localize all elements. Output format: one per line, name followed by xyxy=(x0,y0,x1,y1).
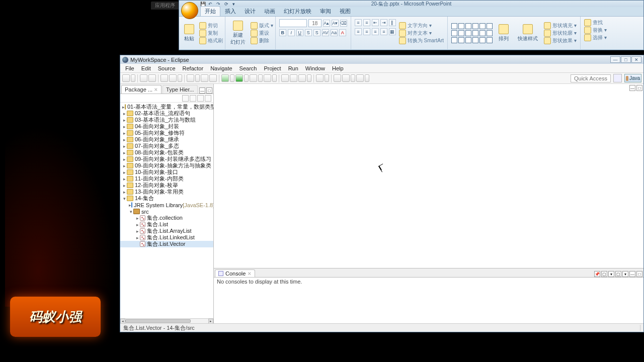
chevron-down-icon[interactable] xyxy=(195,74,200,82)
shape-outline-button[interactable]: 形状轮廓 ▾ xyxy=(544,30,577,37)
chevron-down-icon[interactable]: ▾ xyxy=(622,271,628,277)
tb-search-icon[interactable] xyxy=(316,74,324,82)
indent-dec-button[interactable]: ⇤ xyxy=(372,19,379,26)
link-editor-icon[interactable] xyxy=(190,95,196,102)
cut-button[interactable]: 剪切 xyxy=(199,22,223,29)
strike-button[interactable]: S xyxy=(305,29,312,36)
open-perspective-button[interactable] xyxy=(613,74,622,82)
ribbon-tab-slideshow[interactable]: 幻灯片放映 xyxy=(280,7,315,16)
ribbon-tab-design[interactable]: 设计 xyxy=(240,7,260,16)
menu-search[interactable]: Search xyxy=(236,64,260,72)
chevron-down-icon[interactable] xyxy=(351,74,355,82)
tb-new-icon[interactable] xyxy=(122,74,130,82)
view-maximize-icon[interactable]: □ xyxy=(206,87,212,94)
editor-minimize-icon[interactable]: — xyxy=(629,85,635,91)
chevron-down-icon[interactable] xyxy=(365,74,369,82)
package-explorer-toolbar[interactable] xyxy=(120,94,213,103)
view-menu-icon[interactable] xyxy=(205,95,211,102)
tree-item[interactable]: ▸JRE System Library [JavaSE-1.8] xyxy=(120,202,213,208)
shape-fill-button[interactable]: 形状填充 ▾ xyxy=(544,22,577,29)
tb-run-icon[interactable] xyxy=(235,74,243,82)
chevron-down-icon[interactable] xyxy=(178,74,182,82)
close-icon[interactable]: ⤬ xyxy=(154,87,158,92)
tb-openfolder-icon[interactable] xyxy=(290,74,297,82)
tb-back-icon[interactable] xyxy=(342,74,350,82)
filter-icon[interactable] xyxy=(197,95,204,102)
text-direction-button[interactable]: 文字方向 ▾ xyxy=(399,22,444,29)
view-minimize-icon[interactable]: — xyxy=(199,87,205,94)
replace-button[interactable]: 替换 ▾ xyxy=(584,27,607,34)
menu-source[interactable]: Source xyxy=(155,64,179,72)
console-open-icon[interactable]: ▢ xyxy=(615,271,621,277)
copy-button[interactable]: 复制 xyxy=(199,30,223,37)
chevron-down-icon[interactable] xyxy=(131,74,135,82)
tree-item[interactable]: 集合.List.Vector xyxy=(120,241,213,247)
chevron-down-icon[interactable] xyxy=(272,74,277,82)
font-color-button[interactable]: A xyxy=(339,29,346,36)
font-family-combobox[interactable] xyxy=(279,19,307,27)
chevron-down-icon[interactable] xyxy=(258,74,263,82)
tb-tools-icon[interactable] xyxy=(298,74,306,82)
menu-edit[interactable]: Edit xyxy=(138,64,154,72)
project-tree[interactable]: ▸01-基本语法_变量，常量，数据类型，运算▸02-基本语法_流程语句▸03-基… xyxy=(120,103,213,318)
type-hierarchy-tab[interactable]: Type Hier... xyxy=(163,85,198,94)
tb-save-icon[interactable] xyxy=(140,74,147,82)
format-painter-button[interactable]: 格式刷 xyxy=(199,37,223,44)
console-pin-icon[interactable]: 📌 xyxy=(594,271,600,277)
shapes-gallery[interactable] xyxy=(451,23,493,43)
tb-debug-icon[interactable] xyxy=(221,74,229,82)
menu-run[interactable]: Run xyxy=(285,64,301,72)
delete-slide-button[interactable]: 删除 xyxy=(251,37,273,44)
tree-item[interactable]: ▸13-面向对象-常用类 xyxy=(120,189,213,195)
ribbon-tab-anim[interactable]: 动画 xyxy=(260,7,279,16)
ribbon-tab-view[interactable]: 视图 xyxy=(336,7,355,16)
new-slide-button[interactable]: 新建 幻灯片 xyxy=(227,18,249,48)
menu-refactor[interactable]: Refactor xyxy=(180,64,207,72)
tb-last-icon[interactable] xyxy=(334,74,341,82)
change-case-button[interactable]: Aa xyxy=(331,29,338,36)
tb-newif-icon[interactable] xyxy=(209,74,217,82)
chevron-down-icon[interactable] xyxy=(230,74,234,82)
scrollbar-thumb[interactable] xyxy=(125,319,191,323)
eclipse-titlebar[interactable]: MyWorkSpace - Eclipse — □ ✕ xyxy=(120,55,643,64)
collapse-all-icon[interactable] xyxy=(182,95,189,102)
view-maximize-icon[interactable]: □ xyxy=(636,271,642,277)
tb-fwd-icon[interactable] xyxy=(356,74,364,82)
numbering-button[interactable]: ≡ xyxy=(363,19,370,26)
bullets-button[interactable]: ≡ xyxy=(355,19,362,26)
tree-item[interactable]: ▾14-集合 xyxy=(120,195,213,202)
ribbon-tabs[interactable]: 开始 插入 设计 动画 幻灯片放映 审阅 视图 xyxy=(200,7,355,16)
shadow-button[interactable]: S xyxy=(313,29,320,36)
align-right-button[interactable]: ≡ xyxy=(372,28,379,35)
package-explorer-tab[interactable]: Package ...⤬ xyxy=(121,85,162,94)
chevron-down-icon[interactable]: ▾ xyxy=(608,271,614,277)
tb-newpkg-icon[interactable] xyxy=(187,74,194,82)
quick-styles-button[interactable]: 快速样式 xyxy=(515,23,541,43)
editor-maximize-icon[interactable]: □ xyxy=(636,85,642,91)
quick-access-field[interactable]: Quick Access xyxy=(571,74,611,82)
shape-effects-button[interactable]: 形状效果 ▾ xyxy=(544,37,577,44)
office-orb-button[interactable] xyxy=(181,2,198,19)
menu-navigate[interactable]: Navigate xyxy=(207,64,235,72)
chevron-down-icon[interactable] xyxy=(325,74,329,82)
chevron-down-icon[interactable] xyxy=(244,74,249,82)
shrink-font-button[interactable]: A▾ xyxy=(332,20,339,27)
ribbon-tab-home[interactable]: 开始 xyxy=(200,6,220,16)
tb-runconf-icon[interactable] xyxy=(250,74,257,82)
align-left-button[interactable]: ≡ xyxy=(355,28,362,35)
tb-ext-icon[interactable] xyxy=(264,74,271,82)
underline-button[interactable]: U xyxy=(296,29,303,36)
maximize-button[interactable]: □ xyxy=(621,56,631,63)
java-perspective-button[interactable]: Java xyxy=(624,74,641,82)
italic-button[interactable]: I xyxy=(288,29,295,36)
paste-button[interactable]: 粘贴 xyxy=(181,18,197,48)
bold-button[interactable]: B xyxy=(279,29,286,36)
menu-project[interactable]: Project xyxy=(261,64,284,72)
justify-button[interactable]: ≡ xyxy=(380,28,387,35)
eclipse-menubar[interactable]: File Edit Source Refactor Navigate Searc… xyxy=(120,64,643,73)
clear-format-button[interactable]: ⌫ xyxy=(340,20,347,27)
arrange-button[interactable]: 排列 xyxy=(496,23,512,43)
menu-window[interactable]: Window xyxy=(302,64,328,72)
tb-build-icon[interactable] xyxy=(160,74,168,82)
layout-button[interactable]: 版式 ▾ xyxy=(251,22,273,29)
